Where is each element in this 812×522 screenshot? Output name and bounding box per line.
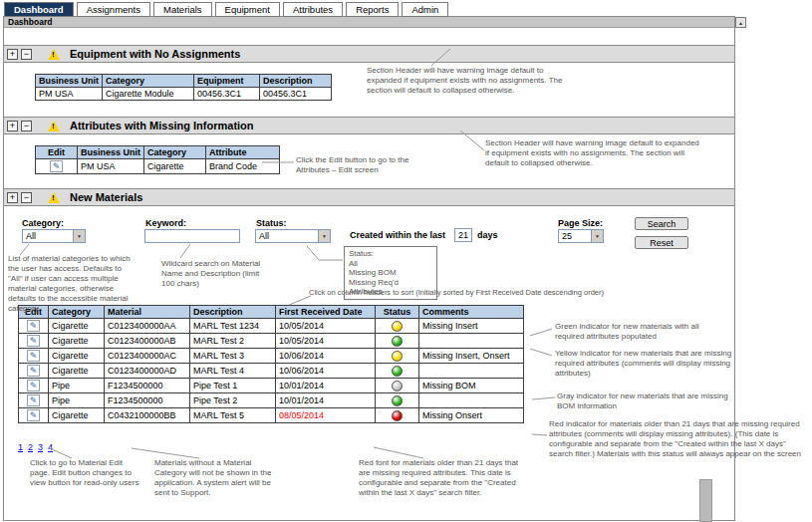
cell-comments: Missing Insert xyxy=(419,319,524,334)
annotation-edit-button: Click the Edit button to go to the Attri… xyxy=(296,155,440,175)
edit-icon[interactable]: ✎ xyxy=(27,350,40,362)
cell-category: Cigarette xyxy=(49,364,105,379)
cell-status xyxy=(376,379,419,393)
cell-description: MARL Test 2 xyxy=(190,334,276,349)
cell-status xyxy=(376,364,419,379)
cell-edit[interactable]: ✎ xyxy=(19,379,49,393)
equipment-table: Business Unit Category Equipment Descrip… xyxy=(35,74,332,101)
expand-button[interactable]: + xyxy=(7,192,18,203)
column-header-status[interactable]: Status xyxy=(376,306,419,319)
cell-edit[interactable]: ✎ xyxy=(19,334,49,349)
cell-status xyxy=(376,408,419,423)
keyword-input[interactable] xyxy=(144,229,240,243)
column-header: Equipment xyxy=(194,75,260,88)
tab-materials[interactable]: Materials xyxy=(153,2,212,17)
pagination: 1234 xyxy=(18,442,58,452)
cell-description: MARL Test 3 xyxy=(190,349,276,364)
edit-icon[interactable]: ✎ xyxy=(27,409,40,421)
status-dropdown[interactable]: All ▼ xyxy=(255,229,331,243)
chevron-down-icon[interactable]: ▼ xyxy=(73,230,85,242)
cell: 00456.3C1 xyxy=(194,88,260,101)
category-dropdown[interactable]: All ▼ xyxy=(22,229,86,243)
collapse-button[interactable]: − xyxy=(21,192,32,203)
edit-icon[interactable]: ✎ xyxy=(27,320,40,332)
cell-category: Pipe xyxy=(49,379,105,393)
cell: 00456.3C1 xyxy=(260,88,332,101)
status-indicator-gray xyxy=(392,381,403,392)
category-value: All xyxy=(26,231,36,241)
cell-first-received-date: 10/01/2014 xyxy=(276,393,376,408)
expand-button[interactable]: + xyxy=(7,121,18,131)
cell-material: F1234500000 xyxy=(105,393,190,408)
cell-comments: Missing Onsert xyxy=(419,408,524,423)
column-header: Category xyxy=(144,146,206,159)
cell-material: F1234500000 xyxy=(105,379,190,393)
chevron-down-icon[interactable]: ▼ xyxy=(591,230,603,242)
reset-button[interactable]: Reset xyxy=(635,236,688,249)
scrollbar-thumb[interactable] xyxy=(699,479,712,522)
edit-icon[interactable]: ✎ xyxy=(27,380,40,392)
column-header: Attribute xyxy=(206,146,280,159)
edit-icon[interactable]: ✎ xyxy=(50,160,63,172)
expand-button[interactable]: + xyxy=(7,49,18,60)
column-header-comments[interactable]: Comments xyxy=(419,306,524,319)
tab-equipment[interactable]: Equipment xyxy=(215,2,280,17)
tab-admin[interactable]: Admin xyxy=(402,2,448,17)
cell-edit[interactable]: ✎ xyxy=(19,349,49,364)
column-header: Edit xyxy=(36,146,78,159)
created-within-label: Created within the last xyxy=(350,230,445,240)
cell-edit[interactable]: ✎ xyxy=(19,319,49,334)
cell-edit[interactable]: ✎ xyxy=(36,159,78,174)
cell-description: MARL Test 5 xyxy=(190,408,276,423)
tab-dashboard[interactable]: Dashboard xyxy=(4,2,74,17)
tab-reports[interactable]: Reports xyxy=(346,2,399,17)
collapse-button[interactable]: − xyxy=(21,121,32,131)
category-label: Category: xyxy=(22,218,64,228)
column-header-first-received-date[interactable]: First Received Date xyxy=(276,306,376,319)
edit-icon[interactable]: ✎ xyxy=(27,394,40,406)
page-link-3[interactable]: 3 xyxy=(38,442,43,452)
edit-icon[interactable]: ✎ xyxy=(27,365,40,377)
attributes-header-row: Edit Business Unit Category Attribute xyxy=(36,146,280,159)
cell-edit[interactable]: ✎ xyxy=(19,393,49,408)
equipment-row: PM USACigarette Module00456.3C100456.3C1 xyxy=(36,88,332,101)
created-days-input[interactable] xyxy=(454,228,472,242)
annotation-material-edit: Click to go to Material Edit page. Edit … xyxy=(30,458,141,488)
tab-bar: DashboardAssignmentsMaterialsEquipmentAt… xyxy=(4,2,448,17)
status-indicator-green xyxy=(392,395,403,406)
warning-icon xyxy=(48,121,60,131)
collapse-button[interactable]: − xyxy=(21,49,32,60)
chevron-down-icon[interactable]: ▼ xyxy=(318,230,330,242)
cell-edit[interactable]: ✎ xyxy=(19,364,49,379)
cell: Cigarette Module xyxy=(103,88,194,101)
status-indicator-yellow xyxy=(392,321,403,332)
edit-icon[interactable]: ✎ xyxy=(27,335,40,347)
tab-assignments[interactable]: Assignments xyxy=(77,2,150,17)
tab-attributes[interactable]: Attributes xyxy=(283,2,343,17)
cell-category: Cigarette xyxy=(49,319,105,334)
page-size-dropdown[interactable]: 25 ▼ xyxy=(558,229,604,243)
cell-material: C0432100000BB xyxy=(105,408,190,423)
annotation-green-indicator: Green indicator for new materials with a… xyxy=(555,322,726,342)
scroll-up-button[interactable]: ▲ xyxy=(735,17,746,28)
days-label: days xyxy=(477,230,498,240)
material-row: ✎PipeF1234500000Pipe Test 210/01/2014 xyxy=(19,393,524,408)
section-header-materials: + − New Materials xyxy=(4,188,734,206)
cell-category: Cigarette xyxy=(49,334,105,349)
column-header: Category xyxy=(103,75,194,88)
cell: Cigarette xyxy=(144,159,206,174)
page-link-4[interactable]: 4 xyxy=(48,442,53,452)
section-title-equipment: Equipment with No Assignments xyxy=(70,48,240,60)
status-indicator-red xyxy=(392,410,403,421)
search-button[interactable]: Search xyxy=(635,217,688,230)
material-row: ✎CigaretteC0123400000ADMARL Test 410/06/… xyxy=(19,364,524,379)
page-link-1[interactable]: 1 xyxy=(18,442,23,452)
status-value: All xyxy=(259,231,269,241)
materials-table: Edit Category Material Description First… xyxy=(18,305,524,423)
cell-edit[interactable]: ✎ xyxy=(19,408,49,423)
annotation-red-font: Red font for materials older than 21 day… xyxy=(359,458,526,498)
cell-material: C0123400000AB xyxy=(105,334,190,349)
annotation-column-sort: Click on column headers to sort (Initial… xyxy=(309,288,604,297)
column-header-description[interactable]: Description xyxy=(190,306,276,319)
page-link-2[interactable]: 2 xyxy=(28,442,33,452)
